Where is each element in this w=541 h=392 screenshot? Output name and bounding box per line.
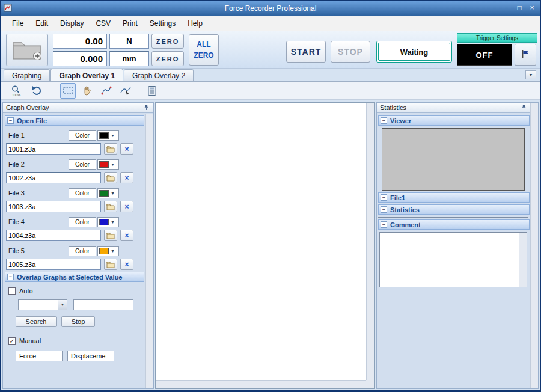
left-panel-scrollbar[interactable] [145, 114, 153, 388]
collapse-icon[interactable]: − [381, 194, 387, 201]
file-name-input[interactable] [6, 230, 101, 241]
tab-graphing[interactable]: Graphing [4, 69, 50, 82]
menu-item-display[interactable]: Display [54, 17, 90, 30]
remove-file-button[interactable]: × [120, 143, 133, 155]
menu-item-settings[interactable]: Settings [144, 17, 182, 30]
curve-pointer-tool-icon[interactable] [118, 83, 133, 99]
open-file-button[interactable] [6, 34, 48, 66]
tab-list-button[interactable]: ▼ [525, 70, 536, 79]
displacement-column-button[interactable]: Displaceme [67, 351, 114, 361]
viewer-thumbnail[interactable] [382, 128, 525, 191]
remove-file-button[interactable]: × [120, 201, 133, 212]
select-region-icon[interactable] [60, 83, 76, 99]
remove-file-button[interactable]: × [120, 172, 133, 183]
search-button[interactable]: Search [16, 316, 57, 327]
menu-item-edit[interactable]: Edit [29, 17, 54, 30]
overlap-section-header[interactable]: − Overlap Graphs at Selected Value [5, 272, 144, 282]
file-name-input[interactable] [6, 259, 101, 270]
viewer-section-title: Viewer [390, 117, 411, 124]
manual-label: Manual [19, 337, 41, 345]
file-list: File 1Color▼×File 2Color▼×File 3Color▼×F… [4, 129, 145, 270]
collapse-icon[interactable]: − [381, 117, 387, 124]
browse-file-button[interactable] [104, 230, 117, 241]
maximize-button[interactable]: □ [514, 2, 525, 13]
color-swatch-dropdown[interactable]: ▼ [97, 246, 119, 256]
file1-section-header[interactable]: − File1 [378, 192, 530, 203]
remove-file-button[interactable]: × [120, 230, 133, 241]
trigger-state-display: OFF [457, 44, 512, 66]
color-swatch [99, 132, 109, 139]
collapse-icon[interactable]: − [7, 117, 14, 124]
viewer-thumb-svg [382, 129, 524, 190]
menu-item-print[interactable]: Print [117, 17, 144, 30]
color-swatch-dropdown[interactable]: ▼ [97, 159, 119, 170]
color-button[interactable]: Color [69, 217, 96, 227]
force-value-display: 0.00 [53, 34, 107, 49]
file-label: File 1 [6, 132, 69, 139]
overlap-value-dropdown[interactable]: ▼ [18, 299, 67, 310]
pan-hand-icon[interactable] [79, 83, 95, 99]
pin-icon[interactable] [143, 104, 150, 111]
pin-icon[interactable] [521, 104, 528, 111]
browse-file-button[interactable] [104, 201, 117, 212]
all-zero-button[interactable]: ALL ZERO [189, 34, 219, 66]
color-button[interactable]: Color [69, 246, 96, 256]
collapse-icon[interactable]: − [7, 274, 14, 280]
overlap-buttons-row: Search Stop [16, 316, 145, 327]
comment-section-header[interactable]: − Comment [378, 219, 530, 230]
start-button[interactable]: START [286, 41, 326, 63]
file-name-input[interactable] [6, 143, 101, 155]
zoom-100-icon[interactable]: 100% [8, 83, 24, 99]
viewer-section-header[interactable]: − Viewer [378, 115, 530, 126]
trigger-flag-button[interactable] [515, 44, 536, 66]
open-file-section-header[interactable]: − Open File [5, 115, 144, 126]
file-block-4: File 4Color▼× [6, 216, 143, 241]
force-zero-button[interactable]: ZERO [151, 34, 184, 49]
file-label: File 4 [6, 218, 69, 225]
color-swatch-dropdown[interactable]: ▼ [97, 130, 119, 141]
file-name-input[interactable] [6, 172, 101, 183]
undo-icon[interactable] [29, 83, 44, 99]
color-swatch-dropdown[interactable]: ▼ [97, 217, 119, 227]
browse-file-button[interactable] [104, 259, 117, 270]
stop-button[interactable]: STOP [331, 41, 370, 63]
browse-file-button[interactable] [104, 143, 117, 155]
graph-overlay-panel-content: − Open File File 1Color▼×File 2Color▼×Fi… [4, 114, 145, 388]
remove-file-button[interactable]: × [120, 259, 133, 270]
browse-file-button[interactable] [104, 172, 117, 183]
manual-checkbox[interactable]: ✓ [8, 337, 16, 345]
statistics-section-header[interactable]: − Statistics [378, 204, 530, 215]
overlap-value-input[interactable] [73, 299, 133, 310]
force-column-button[interactable]: Force [16, 351, 63, 361]
collapse-icon[interactable]: − [381, 221, 387, 228]
menu-item-file[interactable]: File [6, 17, 29, 30]
close-button[interactable]: × [527, 2, 537, 13]
color-button[interactable]: Color [69, 159, 96, 170]
auto-checkbox[interactable] [8, 287, 16, 295]
curve-tool-icon[interactable] [99, 83, 114, 99]
statistics-panel-scrollbar[interactable] [530, 103, 538, 388]
graph-vertical-scrollbar[interactable] [366, 103, 374, 381]
file-block-1: File 1Color▼× [6, 129, 143, 155]
color-button[interactable]: Color [69, 188, 96, 198]
graph-horizontal-scrollbar[interactable] [156, 380, 367, 388]
displacement-zero-button[interactable]: ZERO [151, 51, 184, 66]
auto-option-row: Auto [8, 287, 145, 295]
file-name-input[interactable] [6, 201, 101, 212]
displacement-value-display: 0.000 [53, 51, 107, 66]
menu-item-csv[interactable]: CSV [90, 17, 117, 30]
tab-graph-overlay-1[interactable]: Graph Overlay 1 [50, 69, 123, 82]
statistics-panel: Statistics − Viewer − File1 − Statistics… [376, 102, 539, 389]
comment-scrollbar[interactable] [519, 233, 527, 287]
calculator-icon[interactable] [144, 83, 160, 99]
overlap-stop-button[interactable]: Stop [61, 316, 95, 327]
collapse-icon[interactable]: − [381, 206, 387, 213]
color-swatch-dropdown[interactable]: ▼ [97, 188, 119, 198]
menu-item-help[interactable]: Help [182, 17, 209, 30]
color-button[interactable]: Color [69, 130, 96, 141]
minimize-button[interactable]: – [501, 2, 512, 13]
stats-table [378, 217, 528, 218]
tab-graph-overlay-2[interactable]: Graph Overlay 2 [124, 69, 194, 82]
chart-svg[interactable] [156, 103, 367, 381]
comment-box[interactable] [379, 232, 527, 287]
